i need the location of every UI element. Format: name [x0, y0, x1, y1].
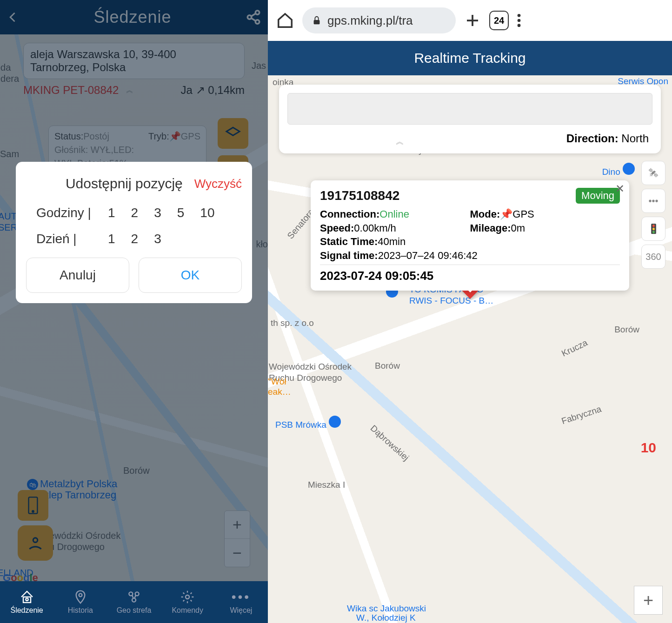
map-text: Borów	[375, 361, 400, 371]
map-poi: Dino	[602, 167, 620, 177]
menu-dots-icon[interactable]	[517, 13, 521, 28]
chevrons-up-icon: ︽	[396, 136, 404, 147]
svg-point-14	[518, 14, 521, 17]
days-label: Dzień |	[36, 232, 92, 246]
lock-icon	[312, 15, 322, 26]
search-input[interactable]	[287, 93, 652, 125]
svg-rect-13	[314, 20, 320, 24]
map-text: Dąbrowskiej	[368, 423, 411, 463]
hour-option[interactable]: 2	[131, 205, 139, 220]
map[interactable]: oinka Serwis Opon Alfreda Freyera Dino S…	[268, 75, 672, 623]
map-text: Wojewódzki Ośrodek	[269, 362, 352, 372]
device-id: 19175108842	[320, 188, 399, 203]
url-bar[interactable]: gps.mking.pl/tra	[302, 7, 456, 33]
map-poi: "Wół	[268, 377, 286, 387]
map-text: Mieszka I	[308, 480, 345, 490]
svg-point-8	[79, 594, 82, 597]
direction-label: Direction: North	[287, 132, 652, 145]
svg-point-11	[132, 598, 136, 602]
svg-point-16	[518, 24, 521, 27]
hours-row: Godziny | 1 2 3 5 10	[26, 205, 242, 220]
close-icon[interactable]: ✕	[615, 182, 625, 195]
nav-more[interactable]: •••Więcej	[214, 581, 268, 623]
bottom-nav: Śledzenie Historia Geo strefa Komendy ••…	[0, 581, 268, 623]
modal-overlay[interactable]	[0, 0, 268, 623]
satellite-button[interactable]: 🛰	[641, 161, 665, 185]
status-badge: Moving	[576, 188, 620, 204]
cancel-button[interactable]: Anuluj	[26, 258, 129, 293]
ok-button[interactable]: OK	[139, 258, 242, 293]
hour-option[interactable]: 3	[154, 205, 161, 220]
svg-point-7	[26, 598, 28, 601]
map-poi: PSB Mrówka	[275, 420, 326, 430]
browser-bar: gps.mking.pl/tra 24	[268, 0, 672, 41]
map-poi: RWIS - FOCUS - B…	[409, 296, 493, 306]
nav-tracking[interactable]: Śledzenie	[0, 581, 53, 623]
clear-button[interactable]: Wyczyść	[194, 177, 242, 191]
hour-option[interactable]: 5	[177, 205, 185, 220]
share-position-dialog: Udostępnij pozycję Wyczyść Godziny | 1 2…	[16, 162, 252, 303]
timestamp: 2023-07-24 09:05:45	[320, 268, 620, 284]
day-option[interactable]: 3	[154, 232, 161, 246]
hours-label: Godziny |	[36, 205, 92, 220]
side-controls: 🛰 ••• 🚦 360	[641, 161, 665, 269]
device-popup: ✕ 19175108842 Moving Connection:OnlineMo…	[311, 180, 629, 291]
home-icon[interactable]	[276, 12, 294, 29]
svg-point-15	[518, 19, 521, 22]
zoom-in-button[interactable]: +	[634, 586, 663, 615]
map-poi: Wika sc Jakubowski	[347, 603, 426, 614]
url-text: gps.mking.pl/tra	[327, 13, 413, 28]
nav-commands[interactable]: Komendy	[161, 581, 214, 623]
more-dots-button[interactable]: •••	[641, 189, 665, 213]
map-text: Krucza	[560, 338, 589, 359]
svg-point-12	[186, 595, 189, 599]
days-row: Dzień | 1 2 3	[26, 232, 242, 246]
nav-geofence[interactable]: Geo strefa	[107, 581, 160, 623]
page-title: Realtime Tracking	[268, 41, 672, 75]
map-text: Fabryczna	[560, 404, 603, 426]
map-text: th sp. z o.o	[271, 318, 314, 328]
tabs-button[interactable]: 24	[489, 11, 509, 30]
dialog-title: Udostępnij pozycję	[26, 176, 194, 192]
hour-option[interactable]: 1	[108, 205, 115, 220]
map-poi: eak…	[268, 387, 291, 397]
map-text: Borów	[614, 325, 639, 335]
day-option[interactable]: 2	[131, 232, 139, 246]
overlay-number: 10	[641, 440, 656, 456]
search-card: ︽ Direction: North	[279, 85, 661, 153]
nav-history[interactable]: Historia	[53, 581, 107, 623]
hour-option[interactable]: 10	[200, 205, 214, 220]
plus-icon[interactable]	[464, 12, 481, 29]
day-option[interactable]: 1	[108, 232, 115, 246]
streetview-button[interactable]: 360	[641, 245, 665, 269]
traffic-button[interactable]: 🚦	[641, 217, 665, 241]
map-poi: W., Kołodziej K	[356, 613, 416, 623]
